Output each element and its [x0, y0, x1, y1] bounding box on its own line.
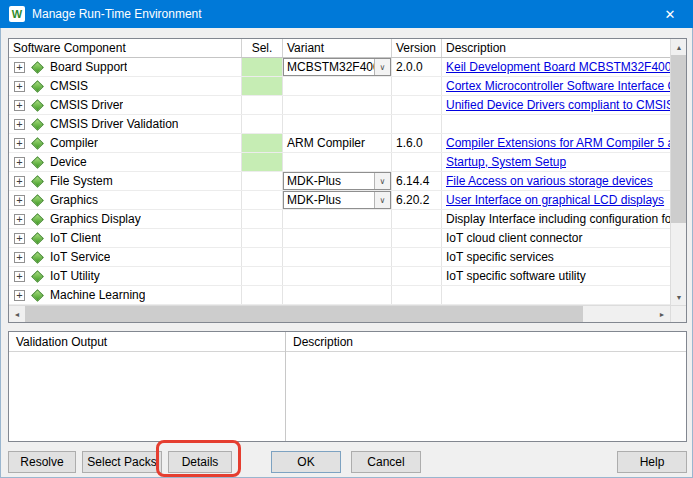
component-cell[interactable]: + Device — [9, 153, 242, 171]
select-cell[interactable] — [242, 58, 283, 76]
variant-cell — [283, 248, 392, 266]
description-text: Display Interface including configuratio… — [446, 212, 670, 226]
select-cell[interactable] — [242, 286, 283, 304]
expand-icon[interactable]: + — [14, 271, 25, 282]
vertical-scroll-track[interactable] — [671, 223, 686, 289]
description-link[interactable]: Cortex Microcontroller Software Interfac… — [446, 79, 670, 93]
expand-icon[interactable]: + — [14, 100, 25, 111]
description-link[interactable]: Unified Device Drivers compliant to CMSI… — [446, 98, 670, 112]
ok-button[interactable]: OK — [271, 451, 341, 473]
component-icon — [31, 118, 44, 131]
expand-icon[interactable]: + — [14, 157, 25, 168]
horizontal-scroll-thumb[interactable] — [25, 306, 583, 322]
description-cell: IoT specific services — [442, 248, 670, 266]
component-cell[interactable]: + IoT Utility — [9, 267, 242, 285]
select-cell[interactable] — [242, 191, 283, 209]
component-icon — [31, 232, 44, 245]
component-name: Machine Learning — [50, 288, 145, 302]
component-name: IoT Service — [50, 250, 110, 264]
variant-cell — [283, 267, 392, 285]
select-cell[interactable] — [242, 210, 283, 228]
variant-cell[interactable]: MDK-Plus ∨ — [283, 191, 392, 209]
component-name: Board Support — [50, 60, 127, 74]
bottom-panels: Validation Output Description — [8, 331, 687, 442]
description-text: IoT specific software utility — [446, 269, 586, 283]
details-button[interactable]: Details — [168, 451, 232, 473]
expand-icon[interactable]: + — [14, 81, 25, 92]
expand-icon[interactable]: + — [14, 252, 25, 263]
select-cell[interactable] — [242, 115, 283, 133]
vertical-scrollbar[interactable]: ▲ ▼ — [670, 39, 686, 305]
component-icon — [31, 156, 44, 169]
select-cell[interactable] — [242, 77, 283, 95]
expand-icon[interactable]: + — [14, 176, 25, 187]
component-name: CMSIS Driver Validation — [50, 117, 178, 131]
component-cell[interactable]: + CMSIS — [9, 77, 242, 95]
validation-output-header: Validation Output — [9, 332, 285, 352]
component-cell[interactable]: + CMSIS Driver Validation — [9, 115, 242, 133]
component-name: CMSIS Driver — [50, 98, 123, 112]
component-cell[interactable]: + File System — [9, 172, 242, 190]
expand-icon[interactable]: + — [14, 62, 25, 73]
cancel-button[interactable]: Cancel — [351, 451, 421, 473]
description-cell: Display Interface including configuratio… — [442, 210, 670, 228]
scroll-up-icon[interactable]: ▲ — [671, 39, 687, 55]
component-cell[interactable]: + IoT Client — [9, 229, 242, 247]
select-cell[interactable] — [242, 172, 283, 190]
variant-cell[interactable]: MCBSTM32F400 ∨ — [283, 58, 392, 76]
resolve-button[interactable]: Resolve — [8, 451, 76, 473]
select-cell[interactable] — [242, 134, 283, 152]
description-cell: Startup, System Setup — [442, 153, 670, 171]
expand-icon[interactable]: + — [14, 195, 25, 206]
expand-icon[interactable]: + — [14, 138, 25, 149]
expand-icon[interactable]: + — [14, 290, 25, 301]
window-title: Manage Run-Time Environment — [32, 7, 202, 21]
select-cell[interactable] — [242, 153, 283, 171]
component-cell[interactable]: + Graphics Display — [9, 210, 242, 228]
expand-icon[interactable]: + — [14, 214, 25, 225]
variant-value: MDK-Plus — [287, 174, 341, 188]
scroll-left-icon[interactable]: ◄ — [9, 306, 25, 322]
description-link[interactable]: Startup, System Setup — [446, 155, 566, 169]
close-button[interactable]: ✕ — [647, 0, 693, 28]
version-cell — [392, 286, 442, 304]
variant-cell[interactable]: MDK-Plus ∨ — [283, 172, 392, 190]
variant-cell — [283, 286, 392, 304]
version-cell: 2.0.0 — [392, 58, 442, 76]
help-button[interactable]: Help — [617, 451, 687, 473]
horizontal-scrollbar[interactable]: ◄ ► — [9, 306, 670, 322]
expand-icon[interactable]: + — [14, 233, 25, 244]
component-cell[interactable]: + IoT Service — [9, 248, 242, 266]
expand-icon[interactable]: + — [14, 119, 25, 130]
description-link[interactable]: Compiler Extensions for ARM Compiler 5 a… — [446, 136, 670, 150]
scroll-down-icon[interactable]: ▼ — [671, 289, 687, 305]
component-cell[interactable]: + CMSIS Driver — [9, 96, 242, 114]
description-link[interactable]: Keil Development Board MCBSTM32F400 — [446, 60, 670, 74]
component-cell[interactable]: + Board Support — [9, 58, 242, 76]
select-cell[interactable] — [242, 96, 283, 114]
variant-cell: ARM Compiler — [283, 134, 392, 152]
variant-dropdown-button[interactable]: ∨ — [374, 173, 390, 189]
version-cell: 6.14.4 — [392, 172, 442, 190]
table-row: + IoT Service IoT specific services — [9, 248, 670, 267]
component-cell[interactable]: + Graphics — [9, 191, 242, 209]
vertical-scroll-thumb[interactable] — [671, 55, 686, 223]
variant-dropdown-button[interactable]: ∨ — [374, 192, 390, 208]
version-cell: 1.6.0 — [392, 134, 442, 152]
version-cell — [392, 115, 442, 133]
description-cell: Unified Device Drivers compliant to CMSI… — [442, 96, 670, 114]
variant-dropdown-button[interactable]: ∨ — [374, 59, 390, 75]
description-link[interactable]: User Interface on graphical LCD displays — [446, 193, 664, 207]
select-cell[interactable] — [242, 267, 283, 285]
select-cell[interactable] — [242, 248, 283, 266]
select-packs-button[interactable]: Select Packs — [82, 451, 162, 473]
component-cell[interactable]: + Machine Learning — [9, 286, 242, 304]
validation-output-body — [9, 352, 285, 441]
horizontal-scrollbar-row: ◄ ► — [9, 305, 686, 322]
select-cell[interactable] — [242, 229, 283, 247]
component-cell[interactable]: + Compiler — [9, 134, 242, 152]
description-link[interactable]: File Access on various storage devices — [446, 174, 653, 188]
scroll-right-icon[interactable]: ► — [654, 306, 670, 322]
description-panel-body — [286, 352, 686, 441]
variant-value: MCBSTM32F400 — [287, 60, 380, 74]
